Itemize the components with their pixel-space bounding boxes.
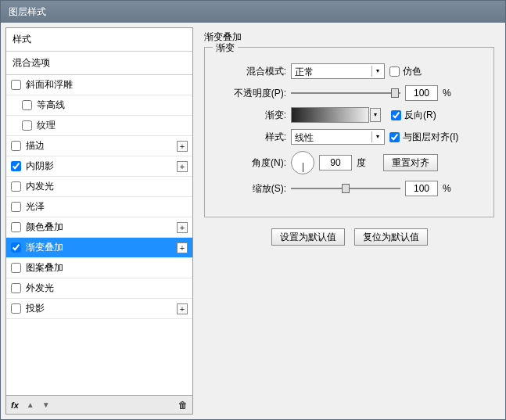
style-label: 图案叠加 xyxy=(26,261,63,275)
checkbox-outer-glow[interactable] xyxy=(11,283,21,293)
plus-icon[interactable]: + xyxy=(177,161,188,172)
align-label: 与图层对齐(I) xyxy=(403,131,458,144)
scale-input[interactable]: 100 xyxy=(405,181,438,196)
fx-icon[interactable]: fx xyxy=(11,400,19,410)
blend-mode-value: 正常 xyxy=(295,66,314,77)
opacity-label: 不透明度(P): xyxy=(216,87,286,100)
left-footer: fx ▲ ▼ 🗑 xyxy=(6,395,192,414)
style-row-outer-glow[interactable]: 外发光 xyxy=(6,278,192,299)
chevron-down-icon: ▾ xyxy=(371,131,382,142)
reset-align-button[interactable]: 重置对齐 xyxy=(383,154,438,171)
trash-icon[interactable]: 🗑 xyxy=(178,400,188,411)
checkbox-color-overlay[interactable] xyxy=(11,222,21,232)
slider-thumb[interactable] xyxy=(342,184,350,193)
checkbox-gradient-overlay[interactable] xyxy=(11,242,21,253)
blend-options-header[interactable]: 混合选项 xyxy=(6,52,192,75)
blend-mode-label: 混合模式: xyxy=(216,65,286,78)
right-panel: 渐变叠加 渐变 混合模式: 正常 ▾ 仿色 不透明度(P): xyxy=(198,27,501,415)
checkbox-contour[interactable] xyxy=(22,100,32,110)
styles-list: 样式 混合选项 斜面和浮雕 等高线 纹理 描 xyxy=(6,28,192,395)
style-row-stroke[interactable]: 描边 + xyxy=(6,136,192,156)
checkbox-inner-shadow[interactable] xyxy=(11,161,21,171)
chevron-down-icon: ▾ xyxy=(371,66,382,77)
angle-label: 角度(N): xyxy=(216,156,286,170)
style-label: 颜色叠加 xyxy=(26,221,63,234)
fieldset-legend: 渐变 xyxy=(213,41,238,55)
panel-title: 渐变叠加 xyxy=(204,31,494,44)
dither-label: 仿色 xyxy=(403,65,422,78)
gradient-fieldset: 渐变 混合模式: 正常 ▾ 仿色 不透明度(P): xyxy=(204,47,494,217)
reverse-checkbox[interactable] xyxy=(391,110,401,120)
style-row-satin[interactable]: 光泽 xyxy=(6,197,192,217)
style-label: 渐变叠加 xyxy=(26,241,63,254)
style-row-gradient-overlay[interactable]: 渐变叠加 + xyxy=(6,238,192,258)
style-row-drop-shadow[interactable]: 投影 + xyxy=(6,299,192,319)
checkbox-drop-shadow[interactable] xyxy=(11,303,21,314)
opacity-slider[interactable] xyxy=(291,87,400,99)
checkbox-satin[interactable] xyxy=(11,202,21,212)
angle-needle xyxy=(303,163,303,172)
plus-icon[interactable]: + xyxy=(177,242,188,253)
style-value: 线性 xyxy=(295,132,314,143)
style-label: 斜面和浮雕 xyxy=(26,78,73,92)
angle-dial[interactable] xyxy=(291,151,314,174)
gradient-dropdown-icon[interactable]: ▾ xyxy=(370,108,381,122)
pct-label: % xyxy=(443,183,451,194)
styles-left-panel: 样式 混合选项 斜面和浮雕 等高线 纹理 描 xyxy=(5,27,193,415)
plus-icon[interactable]: + xyxy=(177,222,188,233)
style-row-pattern-overlay[interactable]: 图案叠加 xyxy=(6,258,192,278)
scale-slider[interactable] xyxy=(291,182,400,195)
styles-header[interactable]: 样式 xyxy=(6,28,192,52)
dither-checkbox-label[interactable]: 仿色 xyxy=(389,65,422,78)
gradient-label: 渐变: xyxy=(216,109,286,122)
pct-label: % xyxy=(443,88,451,99)
style-label: 内发光 xyxy=(26,180,54,193)
blend-mode-select[interactable]: 正常 ▾ xyxy=(291,63,385,79)
reverse-label: 反向(R) xyxy=(404,109,436,122)
style-label: 等高线 xyxy=(37,99,65,112)
arrow-up-icon[interactable]: ▲ xyxy=(27,400,34,409)
style-row-texture[interactable]: 纹理 xyxy=(6,116,192,136)
reverse-checkbox-label[interactable]: 反向(R) xyxy=(391,109,436,122)
style-label: 投影 xyxy=(26,302,45,315)
arrow-down-icon[interactable]: ▼ xyxy=(42,400,50,409)
style-row-inner-shadow[interactable]: 内阴影 + xyxy=(6,156,192,177)
checkbox-texture[interactable] xyxy=(22,120,32,131)
plus-icon[interactable]: + xyxy=(177,141,188,152)
degree-label: 度 xyxy=(357,156,366,170)
style-row-bevel[interactable]: 斜面和浮雕 xyxy=(6,75,192,95)
set-default-button[interactable]: 设置为默认值 xyxy=(271,228,345,246)
window-title: 图层样式 xyxy=(9,6,46,17)
plus-icon[interactable]: + xyxy=(177,303,188,314)
angle-input[interactable]: 90 xyxy=(319,155,352,171)
window-titlebar: 图层样式 xyxy=(1,1,505,23)
slider-thumb[interactable] xyxy=(391,88,399,98)
dither-checkbox[interactable] xyxy=(389,66,400,77)
style-row-color-overlay[interactable]: 颜色叠加 + xyxy=(6,217,192,238)
checkbox-bevel[interactable] xyxy=(11,80,21,90)
opacity-input[interactable]: 100 xyxy=(405,85,438,101)
style-label: 样式: xyxy=(216,131,286,144)
scale-label: 缩放(S): xyxy=(216,182,286,196)
style-select[interactable]: 线性 ▾ xyxy=(291,129,385,145)
checkbox-stroke[interactable] xyxy=(11,141,21,151)
checkbox-pattern-overlay[interactable] xyxy=(11,263,21,273)
gradient-swatch[interactable]: ▾ xyxy=(291,107,369,123)
style-row-inner-glow[interactable]: 内发光 xyxy=(6,177,192,197)
style-row-contour[interactable]: 等高线 xyxy=(6,95,192,116)
reset-default-button[interactable]: 复位为默认值 xyxy=(354,228,428,246)
style-label: 内阴影 xyxy=(26,160,54,173)
style-label: 描边 xyxy=(26,139,45,153)
align-checkbox[interactable] xyxy=(389,132,400,142)
style-label: 纹理 xyxy=(37,119,56,132)
align-checkbox-label[interactable]: 与图层对齐(I) xyxy=(389,131,458,144)
checkbox-inner-glow[interactable] xyxy=(11,181,21,192)
style-label: 外发光 xyxy=(26,282,54,295)
style-label: 光泽 xyxy=(26,200,45,214)
